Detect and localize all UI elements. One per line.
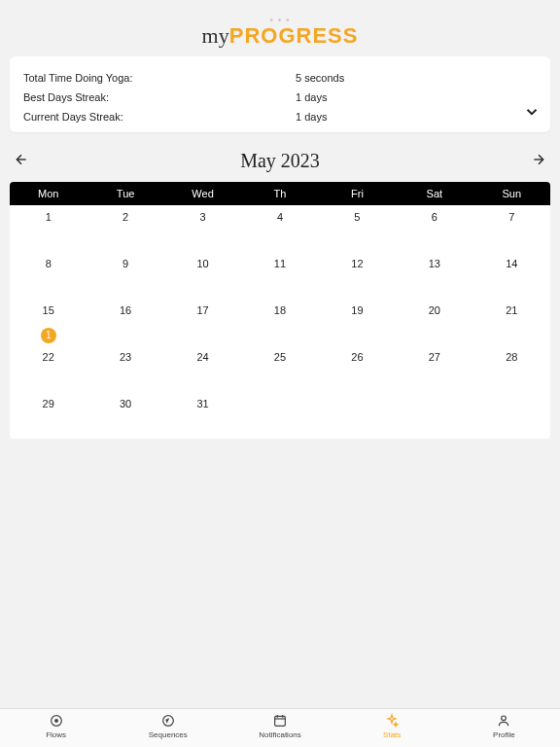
stat-value: 1 days bbox=[296, 91, 327, 103]
day-number: 17 bbox=[196, 304, 208, 316]
day-number: 16 bbox=[120, 304, 131, 316]
calendar-day[interactable]: 20 bbox=[396, 299, 472, 345]
calendar-day[interactable]: 122 bbox=[10, 345, 87, 392]
day-badge: 1 bbox=[41, 328, 56, 343]
calendar-day[interactable]: 9 bbox=[87, 252, 163, 299]
tab-label: Flows bbox=[46, 730, 66, 739]
weekday-label: Th bbox=[241, 182, 318, 205]
day-number: 13 bbox=[429, 258, 440, 269]
day-number: 31 bbox=[196, 398, 208, 409]
calendar-header: Mon Tue Wed Th Fri Sat Sun bbox=[10, 182, 550, 205]
calendar-day[interactable]: 24 bbox=[164, 345, 241, 392]
svg-point-3 bbox=[54, 720, 57, 723]
weekday-label: Mon bbox=[10, 182, 87, 205]
calendar-day[interactable]: 16 bbox=[87, 299, 163, 345]
calendar: Mon Tue Wed Th Fri Sat Sun 1234567891011… bbox=[10, 182, 550, 439]
svg-rect-6 bbox=[275, 716, 286, 726]
calendar-day bbox=[319, 392, 396, 439]
tab-bar: Flows Sequences Notifications Stats Prof… bbox=[0, 708, 560, 747]
weekday-label: Sat bbox=[396, 182, 472, 205]
calendar-day[interactable]: 2 bbox=[87, 205, 163, 252]
weekday-label: Sun bbox=[473, 182, 550, 205]
tab-label: Stats bbox=[383, 730, 401, 739]
day-number: 4 bbox=[277, 211, 283, 223]
person-icon bbox=[496, 713, 511, 729]
tab-label: Notifications bbox=[259, 730, 301, 739]
stat-row: Best Days Streak: 1 days bbox=[23, 88, 537, 107]
calendar-day[interactable]: 28 bbox=[473, 345, 550, 392]
calendar-icon bbox=[272, 713, 288, 729]
calendar-day[interactable]: 21 bbox=[473, 299, 550, 345]
calendar-day[interactable]: 29 bbox=[10, 392, 87, 439]
stat-label: Total Time Doing Yoga: bbox=[23, 72, 296, 84]
tab-notifications[interactable]: Notifications bbox=[224, 713, 335, 739]
stat-row: Total Time Doing Yoga: 5 seconds bbox=[23, 68, 537, 88]
calendar-day[interactable]: 6 bbox=[396, 205, 472, 252]
calendar-day[interactable]: 19 bbox=[319, 299, 396, 345]
svg-point-10 bbox=[502, 716, 507, 721]
day-number: 15 bbox=[43, 304, 54, 316]
day-number: 14 bbox=[506, 258, 517, 269]
page-title: myPROGRESS bbox=[0, 23, 560, 49]
sparkle-icon bbox=[384, 713, 400, 729]
calendar-day[interactable]: 8 bbox=[10, 252, 87, 299]
stat-row: Current Days Streak: 1 days bbox=[23, 107, 537, 126]
status-bar bbox=[0, 0, 560, 14]
calendar-day[interactable]: 11 bbox=[241, 252, 318, 299]
stat-value: 1 days bbox=[296, 111, 327, 123]
day-number: 7 bbox=[508, 211, 514, 223]
calendar-day[interactable]: 5 bbox=[319, 205, 396, 252]
tab-sequences[interactable]: Sequences bbox=[112, 713, 224, 739]
calendar-day[interactable]: 12 bbox=[319, 252, 396, 299]
stat-value: 5 seconds bbox=[296, 72, 344, 84]
calendar-day[interactable]: 18 bbox=[241, 299, 318, 345]
arrow-left-icon bbox=[14, 154, 29, 170]
day-number: 18 bbox=[274, 304, 286, 316]
day-number: 2 bbox=[122, 211, 128, 223]
expand-button[interactable] bbox=[523, 103, 541, 124]
svg-marker-5 bbox=[165, 718, 169, 723]
day-number: 11 bbox=[274, 258, 286, 269]
calendar-day[interactable]: 30 bbox=[87, 392, 163, 439]
chevron-down-icon bbox=[523, 107, 541, 124]
calendar-day[interactable]: 13 bbox=[396, 252, 472, 299]
tab-label: Profile bbox=[493, 730, 515, 739]
calendar-day[interactable]: 23 bbox=[87, 345, 163, 392]
calendar-day[interactable]: 4 bbox=[241, 205, 318, 252]
prev-month-button[interactable] bbox=[14, 152, 29, 171]
calendar-day[interactable]: 14 bbox=[473, 252, 550, 299]
calendar-day[interactable]: 31 bbox=[164, 392, 241, 439]
day-number: 21 bbox=[506, 304, 517, 316]
target-icon bbox=[49, 713, 64, 729]
next-month-button[interactable] bbox=[531, 152, 546, 171]
calendar-day bbox=[241, 392, 318, 439]
calendar-body: 1234567891011121314151617181920211222324… bbox=[10, 205, 550, 439]
tab-flows[interactable]: Flows bbox=[0, 713, 112, 739]
day-number: 23 bbox=[120, 351, 131, 363]
compass-icon bbox=[160, 713, 176, 729]
weekday-label: Fri bbox=[319, 182, 396, 205]
stat-label: Best Days Streak: bbox=[23, 91, 296, 103]
calendar-day[interactable]: 27 bbox=[396, 345, 472, 392]
stat-label: Current Days Streak: bbox=[23, 111, 296, 123]
calendar-day[interactable]: 25 bbox=[241, 345, 318, 392]
calendar-day[interactable]: 10 bbox=[164, 252, 241, 299]
calendar-day[interactable]: 26 bbox=[319, 345, 396, 392]
arrow-right-icon bbox=[531, 154, 546, 170]
day-number: 19 bbox=[351, 304, 363, 316]
tab-profile[interactable]: Profile bbox=[448, 713, 560, 739]
tab-stats[interactable]: Stats bbox=[336, 713, 448, 739]
calendar-day bbox=[473, 392, 550, 439]
calendar-day[interactable]: 17 bbox=[164, 299, 241, 345]
calendar-day[interactable]: 3 bbox=[164, 205, 241, 252]
day-number: 3 bbox=[200, 211, 206, 223]
day-number: 6 bbox=[432, 211, 438, 223]
calendar-day[interactable]: 1 bbox=[10, 205, 87, 252]
day-number: 5 bbox=[354, 211, 360, 223]
calendar-day bbox=[396, 392, 472, 439]
title-prefix: my bbox=[202, 23, 229, 48]
weekday-label: Tue bbox=[87, 182, 163, 205]
calendar-day[interactable]: 7 bbox=[473, 205, 550, 252]
day-number: 9 bbox=[122, 258, 128, 269]
day-number: 12 bbox=[351, 258, 363, 269]
